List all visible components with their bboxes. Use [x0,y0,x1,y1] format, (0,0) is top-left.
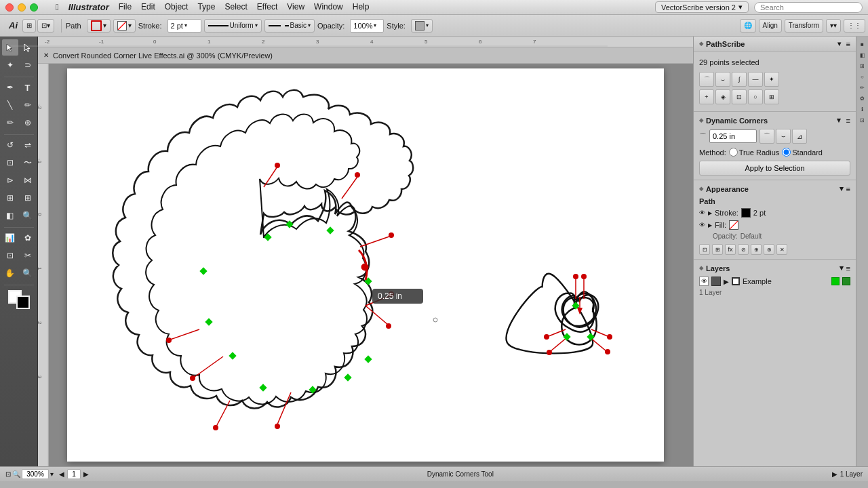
fg-bg-swatches[interactable] [8,290,30,309]
standard-option[interactable]: Standard [782,148,823,157]
new-layer-btn[interactable]: ⊡ [699,244,710,255]
artboard-tool[interactable]: ⊡ [2,247,18,264]
ri-symbols-btn[interactable]: ✿ [858,94,867,103]
stroke-color-btn[interactable]: ▾ [87,19,111,33]
search-input[interactable] [754,2,863,13]
maximize-button[interactable] [30,3,38,12]
ps-icon-line[interactable]: — [748,72,763,87]
appearance-menu-btn[interactable]: ≡ [846,185,850,193]
corner-inset-btn[interactable]: ⌣ [776,129,791,144]
stroke-weight-box[interactable]: 2 pt ▾ [167,19,201,33]
artboard-switcher[interactable]: ⊞ [22,19,36,33]
ps-icon-point[interactable]: ✦ [764,72,779,87]
reflect-tool[interactable]: ⇌ [20,137,36,153]
slice-tool[interactable]: ✂ [20,247,36,264]
menu-help[interactable]: Help [353,2,370,12]
menu-effect[interactable]: Effect [257,2,277,12]
play-btn[interactable]: ▶ [832,470,837,478]
next-page-btn[interactable]: ▶ [83,470,89,478]
paste-btn[interactable]: ⊛ [764,244,774,255]
radius-input[interactable] [709,129,757,143]
style-box[interactable]: ▾ [411,19,433,33]
pathscribe-collapse-btn[interactable]: ▾ [837,40,841,47]
magic-wand-tool[interactable]: ✦ [2,57,18,73]
view-options[interactable]: ⊡▾ [37,19,54,33]
layers-collapse-btn[interactable]: ▾ [840,264,844,272]
stroke-visibility-btn[interactable]: 👁 [699,209,705,216]
pencil-tool[interactable]: ✏ [2,115,18,131]
ps-icon-path[interactable]: ⊡ [732,89,747,104]
clear-btn[interactable]: ⊘ [738,244,749,255]
stroke-type-dropdown[interactable]: Uniform ▾ [204,19,262,33]
stroke-color-swatch[interactable] [741,208,751,218]
menu-apple[interactable]:  [56,2,59,12]
paintbrush-tool[interactable]: ✏ [20,97,36,113]
dynamic-corners-collapse-btn[interactable]: ▾ [837,116,841,125]
menu-illustrator[interactable]: Illustrator [68,2,109,12]
warp-tool[interactable]: 〜 [20,155,36,171]
ri-gradient-btn[interactable]: ◧ [858,50,867,60]
illustrator-icon[interactable]: Ai [5,19,21,33]
web-btn[interactable]: 🌐 [740,19,756,33]
layer-lock-btn[interactable] [711,277,721,286]
zoom-input[interactable] [22,469,49,479]
layer-expand-btn[interactable]: ▶ [724,278,729,285]
corner-chamfer-btn[interactable]: ⊿ [792,129,807,144]
rotate-tool[interactable]: ↺ [2,137,18,153]
zoom-tool[interactable]: 🔍 [20,265,36,281]
appearance-collapse-btn[interactable]: ▾ [840,184,844,193]
blob-brush-tool[interactable]: ⊕ [20,115,36,131]
page-input[interactable] [67,469,81,479]
eyedropper-tool[interactable]: 🔍 [20,207,36,224]
menu-object[interactable]: Object [165,2,189,12]
version-dropdown[interactable]: VectorScribe version 2 ▾ [655,1,749,13]
pathscribe-menu-btn[interactable]: ≡ [846,40,850,48]
fill-visibility-btn[interactable]: 👁 [699,222,705,228]
menu-type[interactable]: Type [197,2,215,12]
ps-icon-corner[interactable]: ⌒ [699,72,714,87]
ri-stroke-btn[interactable]: ○ [858,72,867,81]
menu-file[interactable]: File [119,2,132,12]
shape-builder-tool[interactable]: ⋈ [20,172,36,188]
dash-type-dropdown[interactable]: Basic ▾ [264,19,315,33]
background-color[interactable] [16,296,30,309]
zoom-control[interactable]: ▾ [22,469,54,479]
prev-page-btn[interactable]: ◀ [59,470,64,478]
ps-icon-add[interactable]: + [699,89,714,104]
pen-tool[interactable]: ✒ [2,79,18,96]
width-tool[interactable]: ⊳ [2,172,18,188]
ri-info-btn[interactable]: ℹ [858,104,867,114]
type-tool[interactable]: T [20,79,36,96]
apply-to-selection-btn[interactable]: Apply to Selection [699,161,850,176]
symbol-sprayer-tool[interactable]: ✿ [20,230,36,246]
menu-window[interactable]: Window [314,2,343,12]
perspective-grid-tool[interactable]: ⊞ [2,190,18,206]
fill-expand-btn[interactable]: ▶ [708,222,712,228]
transform-btn[interactable]: Transform [785,19,823,33]
layer-visibility-btn[interactable]: 👁 [699,277,709,286]
dynamic-corners-menu-btn[interactable]: ≡ [846,117,850,125]
more-options-btn[interactable]: ▾▾ [826,19,841,33]
corner-round-btn[interactable]: ⌒ [760,129,774,144]
ps-icon-dots[interactable]: ⊞ [764,89,779,104]
close-button[interactable] [5,3,14,12]
delete-btn[interactable]: ✕ [776,244,787,255]
true-radius-radio[interactable] [729,148,738,157]
fill-color-swatch[interactable] [729,220,738,230]
fx-btn[interactable]: fx [725,244,736,255]
gradient-tool[interactable]: ◧ [2,207,18,224]
ri-pattern-btn[interactable]: ⊞ [858,61,867,70]
minimize-button[interactable] [18,3,26,12]
panel-toggle-btn[interactable]: ⋮⋮ [844,19,865,33]
hand-tool[interactable]: ✋ [2,265,18,281]
layers-menu-btn[interactable]: ≡ [846,264,850,272]
copy-btn[interactable]: ⊕ [751,244,762,255]
ri-brush-btn[interactable]: ✏ [858,83,867,92]
line-tool[interactable]: ╲ [2,97,18,113]
menu-view[interactable]: View [287,2,304,12]
duplicate-btn[interactable]: ⊞ [712,244,723,255]
ri-layer-icon[interactable]: ⊡ [858,115,867,125]
standard-radio[interactable] [782,148,791,157]
canvas-content[interactable]: -2 -1 0 1 2 3 [38,64,693,466]
lasso-tool[interactable]: ⊃ [20,57,36,73]
